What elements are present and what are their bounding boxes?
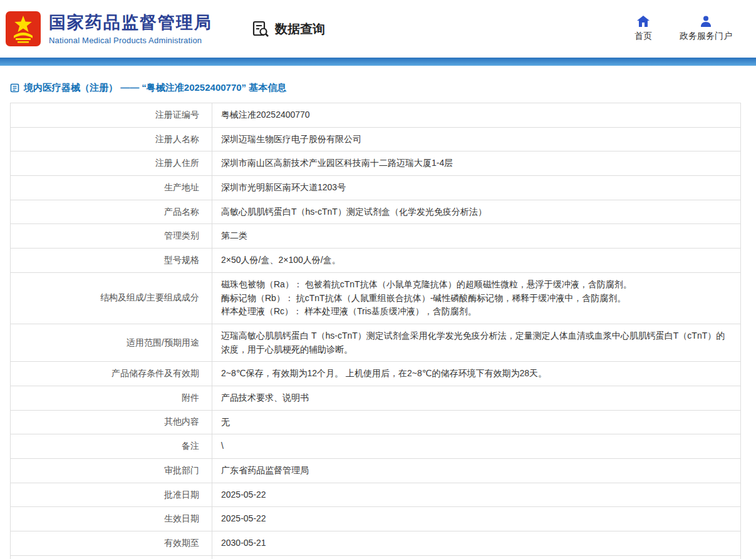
site-header: 国家药品监督管理局 National Medical Products Admi… [0,0,756,58]
row-value: 2×50人份/盒、2×100人份/盒。 [212,249,741,273]
row-value: 2~8℃保存，有效期为12个月。 上机使用后，在2~8℃的储存环境下有效期为28… [212,362,741,386]
data-query-label: 数据查询 [275,21,325,38]
table-row: 注册人住所 深圳市南山区高新技术产业园区科技南十二路迈瑞大厦1-4层 [11,151,741,176]
table-row: 审批部门 广东省药品监督管理局 [11,459,741,483]
row-value: 深圳迈瑞生物医疗电子股份有限公司 [212,127,741,151]
row-value [212,555,741,559]
row-value: 迈瑞高敏心肌肌钙蛋白 T（hs-cTnT）测定试剂盒采用化学发光免疫分析法，定量… [212,324,741,361]
row-value: 深圳市南山区高新技术产业园区科技南十二路迈瑞大厦1-4层 [212,151,741,176]
row-label: 审批部门 [11,459,212,483]
row-label: 注册人名称 [11,127,212,151]
table-row: 产品名称 高敏心肌肌钙蛋白T（hs-cTnT）测定试剂盒（化学发光免疫分析法） [11,200,741,224]
row-label: 型号规格 [11,249,212,273]
site-title: 国家药品监督管理局 [49,13,212,33]
brand-text: 国家药品监督管理局 National Medical Products Admi… [49,13,212,44]
row-label: 生效日期 [11,507,212,531]
data-query-heading: 数据查询 [251,19,325,38]
table-row: 附件 产品技术要求、说明书 [11,386,741,410]
breadcrumb-text: 境内医疗器械（注册） —— “粤械注准20252400770” 基本信息 [24,82,286,94]
table-row: 备注 \ [11,434,741,459]
site-subtitle: National Medical Products Administration [49,36,212,45]
table-row: 注册证编号 粤械注准20252400770 [11,103,741,128]
row-value: 深圳市光明新区南环大道1203号 [212,176,741,200]
user-icon [700,16,712,27]
row-label: 产品储存条件及有效期 [11,362,212,386]
row-value: 无 [212,410,741,434]
row-label: 适用范围/预期用途 [11,324,212,361]
row-value: 2030-05-21 [212,531,741,556]
table-row: 产品储存条件及有效期 2~8℃保存，有效期为12个月。 上机使用后，在2~8℃的… [11,362,741,386]
table-row: 生效日期 2025-05-22 [11,507,741,531]
row-label: 生产地址 [11,176,212,200]
row-value: 2025-05-22 [212,483,741,507]
row-label: 变更情况 [11,555,212,559]
row-label: 备注 [11,434,212,459]
table-row: 型号规格 2×50人份/盒、2×100人份/盒。 [11,249,741,273]
brand: 国家药品监督管理局 National Medical Products Admi… [5,11,212,47]
row-label: 管理类别 [11,224,212,249]
row-label: 注册人住所 [11,151,212,176]
nav-portal[interactable]: 政务服务门户 [680,16,732,42]
header-nav: 首页 政务服务门户 [634,16,732,42]
table-row: 适用范围/预期用途 迈瑞高敏心肌肌钙蛋白 T（hs-cTnT）测定试剂盒采用化学… [11,324,741,361]
data-query-icon [251,19,270,38]
table-row: 变更情况 [11,555,741,559]
table-row: 结构及组成/主要组成成分 磁珠包被物（Ra）： 包被着抗cTnT抗体（小鼠单克隆… [11,272,741,324]
home-icon [637,16,650,27]
table-row: 生产地址 深圳市光明新区南环大道1203号 [11,176,741,200]
row-label: 产品名称 [11,200,212,224]
row-value: 第二类 [212,224,741,249]
nav-portal-label: 政务服务门户 [680,31,732,42]
row-value: 磁珠包被物（Ra）： 包被着抗cTnT抗体（小鼠单克隆抗体）的超顺磁性微粒，悬浮… [212,272,741,324]
table-row: 批准日期 2025-05-22 [11,483,741,507]
nmpa-emblem-icon [5,11,41,47]
nav-home-label: 首页 [634,31,652,42]
row-value: 高敏心肌肌钙蛋白T（hs-cTnT）测定试剂盒（化学发光免疫分析法） [212,200,741,224]
breadcrumb: 境内医疗器械（注册） —— “粤械注准20252400770” 基本信息 [10,82,756,94]
table-row: 注册人名称 深圳迈瑞生物医疗电子股份有限公司 [11,127,741,151]
row-value: 2025-05-22 [212,507,741,531]
table-row: 管理类别 第二类 [11,224,741,249]
row-value: 产品技术要求、说明书 [212,386,741,410]
row-label: 注册证编号 [11,103,212,128]
row-label: 有效期至 [11,531,212,556]
row-label: 附件 [11,386,212,410]
row-label: 其他内容 [11,410,212,434]
header-divider-band [0,58,756,66]
table-row: 其他内容 无 [11,410,741,434]
row-value: \ [212,434,741,459]
row-value: 广东省药品监督管理局 [212,459,741,483]
document-icon [10,83,19,93]
nav-home[interactable]: 首页 [634,16,652,42]
registration-info-table: 注册证编号 粤械注准20252400770 注册人名称 深圳迈瑞生物医疗电子股份… [10,103,741,559]
row-value: 粤械注准20252400770 [212,103,741,128]
row-label: 结构及组成/主要组成成分 [11,272,212,324]
row-label: 批准日期 [11,483,212,507]
table-row: 有效期至 2030-05-21 [11,531,741,556]
